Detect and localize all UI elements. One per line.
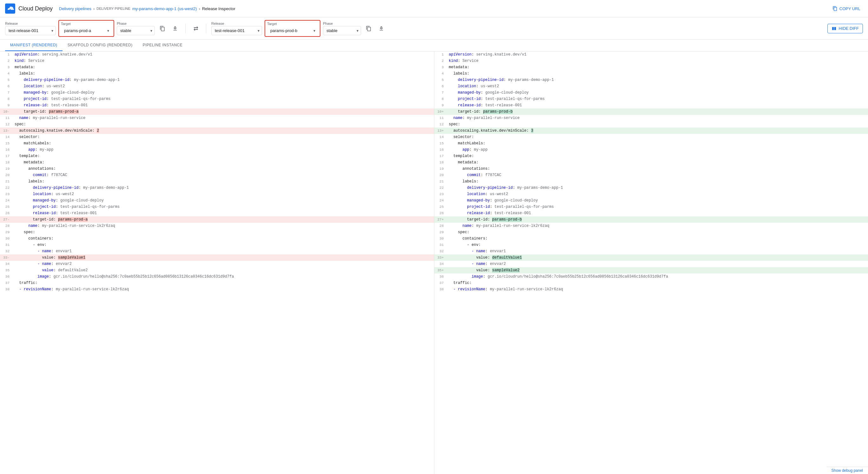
line-number: 26 bbox=[434, 210, 447, 216]
code-line: 38 - revisionName: my-parallel-run-servi… bbox=[0, 286, 434, 292]
code-line: 3metadata: bbox=[434, 64, 868, 70]
code-line: 34 - name: envvar2 bbox=[0, 261, 434, 267]
code-line: 7 managed-by: google-cloud-deploy bbox=[434, 90, 868, 96]
left-release-select[interactable]: test-release-001 bbox=[5, 26, 56, 35]
line-content: metadata: bbox=[13, 159, 430, 166]
breadcrumb-pipeline-name[interactable]: my-params-demo-app-1 (us-west2) bbox=[132, 6, 197, 11]
code-line: 30 containers: bbox=[0, 235, 434, 242]
line-content: target-id: params-prod-a bbox=[13, 216, 430, 223]
line-content: commit: f787CAC bbox=[447, 172, 864, 178]
code-line: 11 name: my-parallel-run-service bbox=[0, 115, 434, 121]
breadcrumb-delivery-pipelines[interactable]: Delivery pipelines bbox=[59, 6, 91, 11]
line-content: name: my-parallel-run-service-lk2r6zaq bbox=[447, 223, 864, 229]
breadcrumb-current: Release Inspector bbox=[202, 6, 236, 11]
left-diff-pane[interactable]: 1apiVersion: serving.knative.dev/v12kind… bbox=[0, 52, 434, 474]
line-content: - revisionName: my-parallel-run-service-… bbox=[447, 286, 864, 292]
swap-button[interactable]: ⇄ bbox=[191, 24, 201, 34]
left-target-select[interactable]: params-prod-a bbox=[61, 26, 112, 35]
line-content: matchLabels: bbox=[13, 140, 430, 147]
left-copy-button[interactable] bbox=[157, 24, 167, 34]
line-content: target-id: params-prod-a bbox=[13, 108, 430, 115]
right-phase-select-wrap: stable bbox=[323, 26, 361, 35]
line-number: 4 bbox=[434, 70, 447, 77]
right-release-select-wrap: test-release-001 bbox=[211, 26, 262, 35]
left-phase-select[interactable]: stable bbox=[117, 26, 155, 35]
code-line: 11 name: my-parallel-run-service bbox=[434, 115, 868, 121]
line-content: value: defaultValue2 bbox=[13, 267, 430, 274]
code-line: 6 location: us-west2 bbox=[0, 83, 434, 90]
code-line: 37 traffic: bbox=[434, 280, 868, 286]
code-line: 24 managed-by: google-cloud-deploy bbox=[0, 197, 434, 204]
tab-skaffold[interactable]: SKAFFOLD CONFIG (RENDERED) bbox=[62, 40, 138, 51]
code-line: 14 selector: bbox=[0, 134, 434, 140]
line-content: value: sampleValue1 bbox=[13, 254, 430, 261]
line-content: containers: bbox=[447, 235, 864, 242]
columns-icon bbox=[832, 26, 837, 31]
line-number: 19 bbox=[434, 166, 447, 172]
line-content: autoscaling.knative.dev/minScale: 2 bbox=[13, 128, 430, 134]
code-line: 17 template: bbox=[434, 153, 868, 159]
controls-divider-2 bbox=[206, 24, 206, 33]
code-line: 16 app: my-app bbox=[0, 147, 434, 153]
line-number: 23 bbox=[434, 191, 447, 197]
line-content: apiVersion: serving.knative.dev/v1 bbox=[447, 52, 864, 58]
cloud-deploy-icon bbox=[5, 3, 15, 13]
line-content: delivery-pipeline-id: my-params-demo-app… bbox=[447, 185, 864, 191]
line-number: 1 bbox=[0, 52, 13, 58]
line-number: 14 bbox=[0, 134, 13, 140]
code-line: 25 project-id: test-parallel-qs-for-parm… bbox=[0, 204, 434, 210]
copy-icon bbox=[833, 6, 838, 11]
line-content: app: my-app bbox=[447, 147, 864, 153]
tabs-bar: MANIFEST (RENDERED) SKAFFOLD CONFIG (REN… bbox=[0, 40, 868, 52]
code-line: 14 selector: bbox=[434, 134, 868, 140]
right-copy-button[interactable] bbox=[364, 24, 374, 34]
right-diff-pane[interactable]: 1apiVersion: serving.knative.dev/v12kind… bbox=[434, 52, 868, 474]
left-phase-group: Phase stable bbox=[117, 22, 155, 35]
code-line: 22 delivery-pipeline-id: my-params-demo-… bbox=[434, 185, 868, 191]
tab-manifest[interactable]: MANIFEST (RENDERED) bbox=[5, 40, 62, 51]
header: Cloud Deploy Delivery pipelines › DELIVE… bbox=[0, 0, 868, 18]
line-content: template: bbox=[13, 153, 430, 159]
tab-pipeline[interactable]: PIPELINE INSTANCE bbox=[138, 40, 188, 51]
line-number: 12 bbox=[0, 121, 13, 128]
left-download-button[interactable] bbox=[170, 24, 180, 34]
line-content: project-id: test-parallel-qs-for-parms bbox=[447, 204, 864, 210]
line-content: metadata: bbox=[447, 159, 864, 166]
breadcrumb: Delivery pipelines › DELIVERY PIPELINE m… bbox=[59, 6, 830, 11]
code-line: 15 matchLabels: bbox=[434, 140, 868, 147]
line-number: 17 bbox=[0, 153, 13, 159]
right-release-group: Release test-release-001 bbox=[211, 22, 262, 35]
code-line: 27+ target-id: params-prod-b bbox=[434, 216, 868, 223]
hide-diff-label: HIDE DIFF bbox=[838, 26, 859, 31]
debug-panel-link[interactable]: Show debug panel bbox=[827, 467, 868, 474]
left-phase-label: Phase bbox=[117, 22, 155, 25]
line-content: location: us-west2 bbox=[447, 191, 864, 197]
code-line: 9 release-id: test-release-001 bbox=[0, 102, 434, 108]
line-number: 18 bbox=[0, 159, 13, 166]
app-title: Cloud Deploy bbox=[19, 5, 53, 12]
code-line: 32 - name: envvar1 bbox=[0, 248, 434, 254]
right-target-select[interactable]: params-prod-b bbox=[267, 26, 318, 35]
line-number: 35+ bbox=[434, 267, 447, 274]
line-number: 1 bbox=[434, 52, 447, 58]
line-number: 16 bbox=[434, 147, 447, 153]
hide-diff-button[interactable]: HIDE DIFF bbox=[827, 24, 863, 33]
line-number: 12 bbox=[434, 121, 447, 128]
line-number: 29 bbox=[434, 229, 447, 235]
right-phase-select[interactable]: stable bbox=[323, 26, 361, 35]
line-number: 7 bbox=[0, 90, 13, 96]
line-number: 2 bbox=[0, 58, 13, 64]
line-content: kind: Service bbox=[13, 58, 430, 64]
line-number: 33- bbox=[0, 254, 13, 261]
code-line: 8 project-id: test-parallel-qs-for-parms bbox=[0, 96, 434, 102]
right-release-select[interactable]: test-release-001 bbox=[211, 26, 262, 35]
code-line: 19 annotations: bbox=[434, 166, 868, 172]
copy-url-button[interactable]: COPY URL bbox=[830, 4, 863, 13]
line-content: template: bbox=[447, 153, 864, 159]
line-number: 20 bbox=[434, 172, 447, 178]
code-line: 5 delivery-pipeline-id: my-params-demo-a… bbox=[0, 77, 434, 83]
line-content: selector: bbox=[447, 134, 864, 140]
right-download-button[interactable] bbox=[376, 24, 386, 34]
line-content: delivery-pipeline-id: my-params-demo-app… bbox=[13, 77, 430, 83]
line-content: spec: bbox=[447, 121, 864, 128]
